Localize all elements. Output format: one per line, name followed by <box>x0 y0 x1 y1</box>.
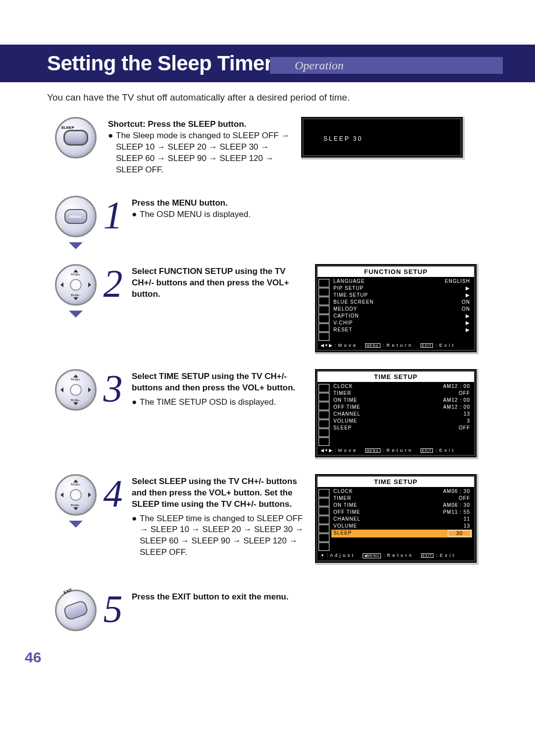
down-arrow-icon <box>69 311 83 318</box>
down-arrow-icon <box>69 242 83 249</box>
osd-sidebar-icon <box>319 279 329 287</box>
dpad-up-label: TV CH + <box>71 483 80 486</box>
osd-sidebar-icon <box>319 297 329 305</box>
section-header: Operation <box>270 57 503 74</box>
osd-sleep-value: SLEEP 30 <box>305 120 459 147</box>
osd-sidebar-icon <box>319 516 329 524</box>
dpad-down-label: TV CH – <box>71 504 80 507</box>
step-number-3: 3 <box>98 369 128 408</box>
osd-sidebar-icon <box>319 420 329 428</box>
osd-menu-row: PIP SETUP▶ <box>333 285 470 292</box>
osd-footer: ✦ : A d j u s t ◀MENU : R e t u r n EXIT… <box>319 551 473 559</box>
osd-menu-row: VOLUME13 <box>333 523 470 530</box>
exit-label: EXIT <box>62 588 72 595</box>
osd-sidebar-icon <box>319 498 329 506</box>
osd-sidebar-icon <box>319 402 329 410</box>
osd-menu-row: LANGUAGEENGLISH <box>333 278 470 285</box>
osd-sidebar-icon <box>319 324 329 332</box>
osd-title: TIME SETUP <box>318 477 474 487</box>
osd-menu-row: SLEEP30 <box>331 530 472 538</box>
page-number: 46 <box>25 649 41 666</box>
step1-bullet: The OSD MENU is displayed. <box>140 209 251 220</box>
osd-sidebar-icon <box>319 437 329 446</box>
menu-label: MENU <box>70 214 82 218</box>
step5-heading: Press the EXIT button to exit the menu. <box>132 592 288 601</box>
osd-sidebar-icon <box>319 411 329 419</box>
osd-sidebar-icon <box>319 332 329 341</box>
step1-heading: Press the MENU button. <box>132 198 228 208</box>
osd-sidebar-icon <box>319 288 329 296</box>
shortcut-heading: Shortcut: Press the SLEEP button. <box>108 119 246 129</box>
osd-menu-row: OFF TIMEAM12 : 00 <box>333 404 470 411</box>
intro-text: You can have the TV shut off automatical… <box>47 92 535 103</box>
step3-bullet: The TIME SETUP OSD is displayed. <box>140 397 276 408</box>
osd-title: TIME SETUP <box>318 372 474 382</box>
remote-sleep-button: SLEEP <box>55 117 97 159</box>
osd-sidebar-icon <box>319 489 329 497</box>
step-number-2: 2 <box>98 264 128 303</box>
osd-menu-row: BLUE SCREENON <box>333 299 470 306</box>
dpad-down-label: TV CH – <box>71 294 80 297</box>
osd-menu-row: CLOCKAM06 : 30 <box>333 488 470 495</box>
osd-sidebar-icon <box>319 306 329 314</box>
osd-menu-row: SLEEPOFF <box>333 425 470 432</box>
osd-sidebar-icon <box>319 315 329 323</box>
osd-sidebar-icon <box>319 384 329 392</box>
remote-menu-button: MENU <box>55 196 97 237</box>
step3-heading: Select TIME SETUP using the TV CH+/- but… <box>132 372 295 392</box>
sleep-pill-icon <box>63 130 88 146</box>
step4-bullet: The SLEEP time is changed to SLEEP OFF →… <box>140 513 305 559</box>
osd-menu-row: CHANNEL11 <box>333 516 470 523</box>
step-number-1: 1 <box>98 196 128 234</box>
osd-menu: TIME SETUP CLOCKAM12 : 00TIMEROFFON TIME… <box>315 369 479 459</box>
osd-menu-row: ON TIMEAM12 : 00 <box>333 397 470 404</box>
dpad-down-label: TV CH – <box>71 399 80 402</box>
exit-pill-icon <box>62 599 89 621</box>
remote-dpad: TV CH + TV CH – <box>55 369 97 411</box>
osd-menu-row: CAPTION▶ <box>333 313 470 320</box>
osd-menu-row: TIMEROFF <box>333 390 470 397</box>
osd-footer: ◀✦▶ : M o v e MENU : R e t u r n EXIT : … <box>319 446 473 454</box>
osd-menu-row: TIME SETUP▶ <box>333 292 470 299</box>
osd-menu-row: VOLUME3 <box>333 418 470 425</box>
step4-heading: Select SLEEP using the TV CH+/- buttons … <box>132 477 297 509</box>
osd-sidebar-icon <box>319 429 329 437</box>
step2-heading: Select FUNCTION SETUP using the TV CH+/-… <box>132 267 289 299</box>
remote-dpad: TV CH + TV CH – <box>55 264 97 306</box>
osd-menu-row: CHANNEL13 <box>333 411 470 418</box>
osd-menu-row: MELODYON <box>333 306 470 313</box>
osd-sidebar-icon <box>319 534 329 542</box>
osd-footer: ◀✦▶ : M o v e MENU : R e t u r n EXIT : … <box>319 341 473 349</box>
down-arrow-icon <box>69 521 83 528</box>
remote-exit-button: EXIT <box>55 590 97 631</box>
dpad-up-label: TV CH + <box>71 378 80 381</box>
osd-menu-row: TIMEROFF <box>333 495 470 502</box>
menu-pill-icon: MENU <box>64 209 87 224</box>
osd-sidebar-icon <box>319 507 329 515</box>
osd-sidebar-icon <box>319 525 329 533</box>
dpad-up-label: TV CH + <box>71 273 80 276</box>
osd-menu-row: V-CHIP▶ <box>333 320 470 326</box>
shortcut-text: The Sleep mode is changed to SLEEP OFF →… <box>116 130 291 176</box>
osd-menu: TIME SETUP CLOCKAM06 : 30TIMEROFFON TIME… <box>315 474 479 565</box>
osd-menu-row: CLOCKAM12 : 00 <box>333 383 470 390</box>
osd-sidebar-icon <box>319 542 329 551</box>
osd-menu-row: RESET▶ <box>333 326 470 333</box>
osd-title: FUNCTION SETUP <box>318 267 474 277</box>
step-number-4: 4 <box>98 474 128 513</box>
osd-menu-row: OFF TIMEPM11 : 55 <box>333 509 470 516</box>
osd-sidebar-icon <box>319 393 329 401</box>
remote-dpad: TV CH + TV CH – <box>55 474 97 516</box>
osd-menu-row: ON TIMEAM06 : 30 <box>333 502 470 509</box>
osd-menu: FUNCTION SETUP LANGUAGEENGLISHPIP SETUP▶… <box>315 264 479 354</box>
sleep-label: SLEEP <box>61 125 74 130</box>
osd-sleep-preview: SLEEP 30 <box>301 117 465 160</box>
step-number-5: 5 <box>98 590 128 628</box>
